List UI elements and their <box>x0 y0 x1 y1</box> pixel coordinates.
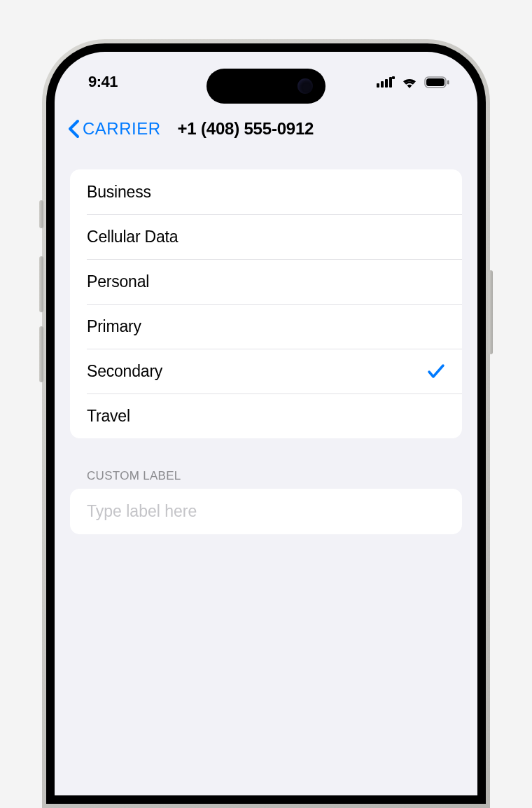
custom-label-header: CUSTOM LABEL <box>87 469 445 483</box>
side-button-power <box>489 270 493 354</box>
labels-list: Business Cellular Data Personal Primary … <box>70 169 462 438</box>
svg-rect-1 <box>381 81 384 88</box>
svg-rect-7 <box>447 80 449 84</box>
status-time: 9:41 <box>88 73 118 91</box>
status-icons <box>377 76 449 88</box>
label-option-primary[interactable]: Primary <box>70 304 462 349</box>
custom-label-input[interactable] <box>87 502 445 521</box>
nav-title: +1 (408) 555-0912 <box>178 119 314 139</box>
svg-rect-6 <box>426 78 444 86</box>
svg-rect-4 <box>392 76 395 79</box>
checkmark-icon <box>427 363 445 379</box>
side-button-volume-down <box>39 326 43 382</box>
battery-icon <box>424 76 449 88</box>
label-text: Primary <box>87 317 141 336</box>
side-button-silent <box>39 200 43 228</box>
back-button[interactable]: CARRIER <box>67 119 161 139</box>
dynamic-island <box>206 69 326 104</box>
nav-header: CARRIER +1 (408) 555-0912 <box>55 102 477 151</box>
chevron-left-icon <box>67 119 81 139</box>
svg-rect-0 <box>377 83 379 88</box>
label-text: Cellular Data <box>87 228 178 246</box>
label-option-personal[interactable]: Personal <box>70 259 462 304</box>
phone-bezel: 9:41 <box>46 43 486 804</box>
label-text: Secondary <box>87 362 162 381</box>
label-option-secondary[interactable]: Secondary <box>70 349 462 393</box>
phone-frame: 9:41 <box>42 39 490 808</box>
back-label: CARRIER <box>83 119 161 139</box>
label-option-cellular-data[interactable]: Cellular Data <box>70 214 462 259</box>
svg-rect-3 <box>389 77 392 88</box>
label-option-travel[interactable]: Travel <box>70 393 462 438</box>
label-text: Business <box>87 183 151 202</box>
label-text: Personal <box>87 272 149 291</box>
side-button-volume-up <box>39 256 43 312</box>
screen: 9:41 <box>55 52 477 795</box>
wifi-icon <box>401 76 418 88</box>
custom-label-group <box>70 489 462 534</box>
svg-rect-2 <box>385 79 388 88</box>
label-text: Travel <box>87 407 130 426</box>
label-option-business[interactable]: Business <box>70 169 462 214</box>
cellular-icon <box>377 76 395 88</box>
